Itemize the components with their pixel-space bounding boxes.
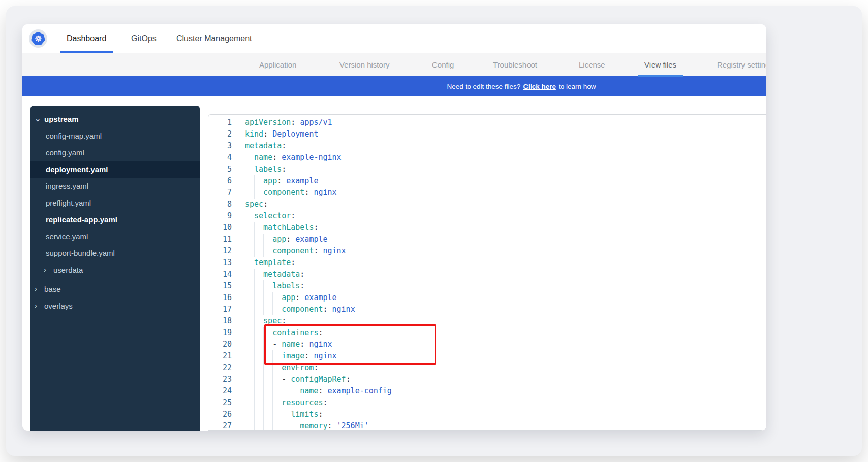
tree-item-service-yaml[interactable]: service.yaml — [30, 228, 200, 245]
code-line-3: 3metadata: — [208, 140, 766, 152]
nav-tab-cluster-management[interactable]: Cluster Management — [176, 24, 252, 53]
code-text: image: nginx — [232, 350, 337, 362]
helm-wheel-glyph: ☸ — [34, 35, 42, 43]
indent-guide — [272, 292, 282, 304]
tree-item-preflight-yaml[interactable]: preflight.yaml — [30, 194, 200, 211]
code-token: : — [300, 270, 304, 279]
indent-guide — [272, 350, 282, 362]
code-token: component — [263, 188, 304, 197]
tab-application[interactable]: Application — [259, 53, 296, 77]
tree-item-config-yaml[interactable]: config.yaml — [30, 144, 200, 161]
code-token: : — [304, 188, 314, 197]
code-token: : — [318, 410, 323, 419]
line-number: 14 — [208, 269, 232, 280]
indent-guide — [263, 374, 272, 385]
indent-guide — [245, 152, 254, 163]
tab-license[interactable]: License — [579, 53, 605, 77]
line-number: 11 — [208, 234, 232, 245]
indent-guide — [245, 187, 254, 199]
code-text: envFrom: — [232, 362, 318, 374]
tree-item-replicated-app-yaml[interactable]: replicated-app.yaml — [30, 211, 200, 228]
code-token: : — [318, 386, 327, 395]
code-token: component — [282, 305, 323, 314]
code-line-16: 16app: example — [208, 292, 766, 304]
code-text: metadata: — [232, 269, 304, 280]
tab-view-files[interactable]: View files — [644, 53, 676, 77]
indent-guide — [254, 315, 263, 327]
code-token: : — [286, 235, 295, 244]
tree-item-userdata[interactable]: ›userdata — [30, 261, 200, 278]
indent-guide — [272, 362, 282, 374]
app-background: ☸ DashboardGitOpsCluster Management Appl… — [6, 6, 862, 456]
line-number: 23 — [208, 374, 232, 385]
code-line-27: 27memory: '256Mi' — [208, 420, 766, 431]
code-token: : — [282, 141, 286, 150]
code-text: metadata: — [232, 140, 286, 152]
code-token: matchLabels — [263, 223, 314, 232]
indent-guide — [254, 362, 263, 374]
line-number: 20 — [208, 339, 232, 350]
tree-item-support-bundle-yaml[interactable]: support-bundle.yaml — [30, 245, 200, 261]
code-token: app — [282, 293, 295, 302]
code-token: example — [295, 235, 327, 244]
line-number: 18 — [208, 315, 232, 327]
code-editor[interactable]: 1apiVersion: apps/v12kind: Deployment3me… — [208, 114, 766, 431]
line-number: 12 — [208, 245, 232, 257]
code-line-1: 1apiVersion: apps/v1 — [208, 117, 766, 128]
code-token: app — [263, 176, 277, 185]
line-number: 1 — [208, 117, 232, 128]
line-number: 24 — [208, 385, 232, 397]
indent-guide — [291, 385, 300, 397]
code-line-6: 6app: example — [208, 175, 766, 187]
indent-guide — [245, 234, 254, 245]
code-token: envFrom — [282, 363, 314, 372]
tab-config[interactable]: Config — [432, 53, 454, 77]
code-line-11: 11app: example — [208, 234, 766, 245]
line-number: 25 — [208, 397, 232, 409]
code-token: template — [254, 258, 291, 267]
code-line-26: 26limits: — [208, 409, 766, 420]
code-line-9: 9selector: — [208, 210, 766, 222]
tree-item-upstream[interactable]: ⌄upstream — [30, 111, 200, 127]
tab-troubleshoot[interactable]: Troubleshoot — [493, 53, 537, 77]
code-token: : — [323, 305, 332, 314]
tab-version-history[interactable]: Version history — [339, 53, 389, 77]
indent-guide — [254, 374, 263, 385]
indent-guide — [245, 350, 254, 362]
tree-item-label: support-bundle.yaml — [46, 249, 115, 257]
code-text: labels: — [232, 163, 286, 175]
code-token: : — [314, 246, 323, 255]
click-here-link[interactable]: Click here — [523, 83, 556, 90]
code-token: : — [282, 164, 286, 174]
indent-guide — [263, 327, 272, 339]
indent-guide — [254, 420, 263, 431]
indent-guide — [245, 420, 254, 431]
line-number: 22 — [208, 362, 232, 374]
code-token: nginx — [332, 305, 355, 314]
tree-item-base[interactable]: ›base — [30, 281, 200, 298]
line-number: 3 — [208, 140, 232, 152]
tree-item-deployment-yaml[interactable]: deployment.yaml — [30, 161, 200, 178]
indent-guide — [245, 409, 254, 420]
code-token: selector — [254, 211, 291, 220]
nav-tab-gitops[interactable]: GitOps — [131, 24, 157, 53]
code-text: - configMapRef: — [232, 374, 351, 385]
code-token: example-config — [327, 386, 391, 395]
tree-item-config-map-yaml[interactable]: config-map.yaml — [30, 127, 200, 144]
tree-item-ingress-yaml[interactable]: ingress.yaml — [30, 178, 200, 194]
code-text: template: — [232, 257, 295, 269]
indent-guide — [245, 175, 254, 187]
tree-item-overlays[interactable]: ›overlays — [30, 298, 200, 314]
indent-guide — [263, 245, 272, 257]
tree-item-label: service.yaml — [46, 232, 88, 241]
kubernetes-logo: ☸ — [29, 29, 47, 48]
code-token: example-nginx — [282, 153, 341, 162]
indent-guide — [254, 339, 263, 350]
tab-registry-settings[interactable]: Registry settings — [717, 53, 766, 77]
nav-tab-dashboard[interactable]: Dashboard — [67, 24, 106, 53]
code-token: nginx — [314, 188, 336, 197]
indent-guide — [254, 175, 263, 187]
indent-guide — [245, 222, 254, 234]
code-token: spec — [245, 200, 263, 209]
code-token: nginx — [323, 246, 346, 255]
